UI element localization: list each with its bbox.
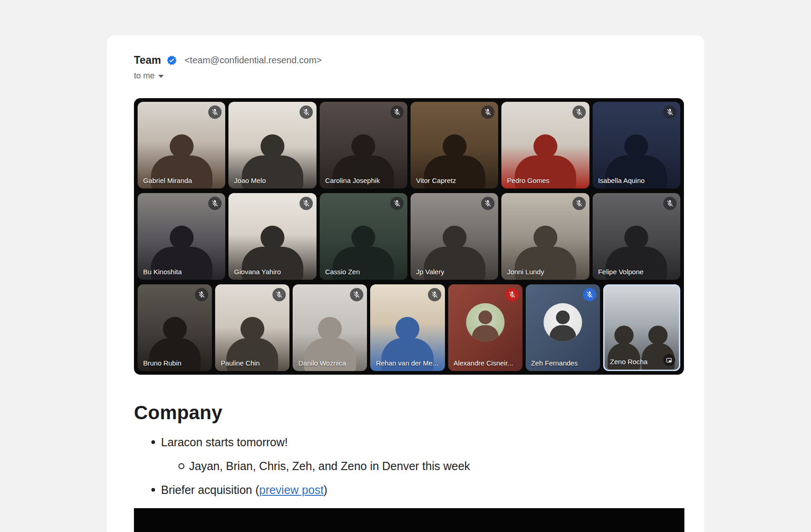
mic-off-icon (390, 105, 404, 119)
participant-tile: Cassio Zen (320, 193, 407, 280)
participant-name: Cassio Zen (325, 268, 360, 276)
chevron-down-icon (158, 75, 164, 78)
verified-badge-icon (167, 55, 177, 66)
mic-off-icon (208, 197, 222, 210)
participant-name: Rehan van der Me... (376, 359, 438, 367)
list-item-text: Briefer acquisition ( (161, 483, 259, 496)
participant-tile: Carolina Josephik (320, 102, 407, 188)
email-card: Team <team@confidential.resend.com> to m… (107, 35, 704, 532)
mic-off-icon (663, 105, 677, 119)
mic-off-icon (300, 105, 313, 119)
participant-tile: Jp Valery (411, 193, 498, 280)
participant-tile: Vitor Capretz (411, 102, 498, 188)
embedded-image (134, 508, 684, 532)
mic-off-icon (208, 105, 222, 119)
participant-tile: Zeh Fernandes (526, 284, 600, 371)
recipient-label: to me (134, 71, 155, 81)
participant-tile: Felipe Volpone (593, 193, 680, 280)
avatar (544, 303, 582, 342)
mic-off-icon (663, 197, 677, 210)
mic-off-icon (481, 197, 494, 210)
mic-off-icon (481, 105, 494, 119)
section-heading: Company (134, 402, 684, 423)
participant-name: Danilo Woznica (298, 359, 346, 367)
participant-tile: Bu Kinoshita (138, 193, 225, 280)
participant-name: Alexandre Cisneir... (454, 359, 513, 367)
participant-name: Jonni Lundy (507, 268, 544, 276)
page-background: Team <team@confidential.resend.com> to m… (0, 0, 811, 532)
video-grid-row: Gabriel MirandaJoao MeloCarolina Josephi… (138, 102, 680, 188)
video-grid-row: Bruno RubinPauline ChinDanilo WoznicaReh… (138, 284, 680, 371)
participant-tile: Isabella Aquino (593, 102, 680, 188)
participant-tile: Zeno Rocha (603, 284, 680, 371)
participant-tile: Pedro Gomes (501, 102, 589, 188)
participant-name: Giovana Yahiro (234, 268, 281, 276)
participant-tile: Rehan van der Me... (370, 284, 444, 371)
participant-name: Pedro Gomes (507, 177, 550, 184)
participant-name: Gabriel Miranda (143, 177, 192, 184)
participant-name: Zeh Fernandes (531, 359, 578, 367)
participant-name: Carolina Josephik (325, 177, 380, 184)
sub-bullet-list: Jayan, Brian, Chris, Zeh, and Zeno in De… (161, 459, 684, 473)
participant-name: Vitor Capretz (416, 177, 456, 184)
participant-tile: Bruno Rubin (138, 284, 212, 371)
list-item: Laracon starts tomorrow! Jayan, Brian, C… (161, 435, 684, 473)
avatar (466, 303, 505, 342)
participant-tile: Pauline Chin (215, 284, 289, 371)
participant-name: Felipe Volpone (598, 268, 644, 276)
mic-off-icon (272, 288, 286, 301)
participant-tile: Alexandre Cisneir... (448, 284, 522, 371)
mic-off-icon (428, 288, 441, 301)
picture-in-picture-icon (663, 354, 675, 366)
sender-line: Team <team@confidential.resend.com> (134, 54, 684, 66)
mic-off-icon (390, 197, 404, 210)
participant-tile: Giovana Yahiro (228, 193, 316, 280)
mic-off-icon (572, 105, 586, 119)
participant-tile: Danilo Woznica (293, 284, 367, 371)
list-item-text: ) (323, 483, 327, 496)
list-subitem-text: Jayan, Brian, Chris, Zeh, and Zeno in De… (189, 460, 470, 472)
participant-name: Bruno Rubin (143, 359, 181, 367)
sender-email: <team@confidential.resend.com> (184, 55, 322, 66)
participant-name: Isabella Aquino (598, 177, 645, 184)
participant-name: Jp Valery (416, 268, 444, 276)
mic-off-icon (505, 288, 519, 301)
bullet-list: Laracon starts tomorrow! Jayan, Brian, C… (134, 435, 684, 497)
participant-name: Bu Kinoshita (143, 268, 182, 276)
participant-name: Joao Melo (234, 177, 266, 184)
sender-name: Team (134, 54, 161, 66)
email-header: Team <team@confidential.resend.com> to m… (134, 54, 684, 81)
mic-off-icon (572, 197, 586, 210)
participant-tile: Gabriel Miranda (138, 102, 225, 188)
video-grid-row: Bu KinoshitaGiovana YahiroCassio ZenJp V… (138, 193, 680, 280)
preview-post-link[interactable]: preview post (259, 483, 323, 496)
mic-off-icon (583, 288, 596, 301)
mic-off-icon (350, 288, 363, 301)
participant-tile: Jonni Lundy (501, 193, 589, 280)
list-item-text: Laracon starts tomorrow! (161, 436, 288, 449)
list-item: Briefer acquisition (preview post) (161, 483, 684, 497)
list-subitem: Jayan, Brian, Chris, Zeh, and Zeno in De… (189, 459, 684, 473)
video-call-grid-image: Gabriel MirandaJoao MeloCarolina Josephi… (134, 98, 684, 375)
mic-off-icon (195, 288, 208, 301)
participant-tile: Joao Melo (228, 102, 316, 188)
participant-name: Pauline Chin (221, 359, 260, 367)
participant-name: Zeno Rocha (610, 358, 648, 366)
mic-off-icon (300, 197, 313, 210)
recipient-toggle[interactable]: to me (134, 70, 164, 81)
